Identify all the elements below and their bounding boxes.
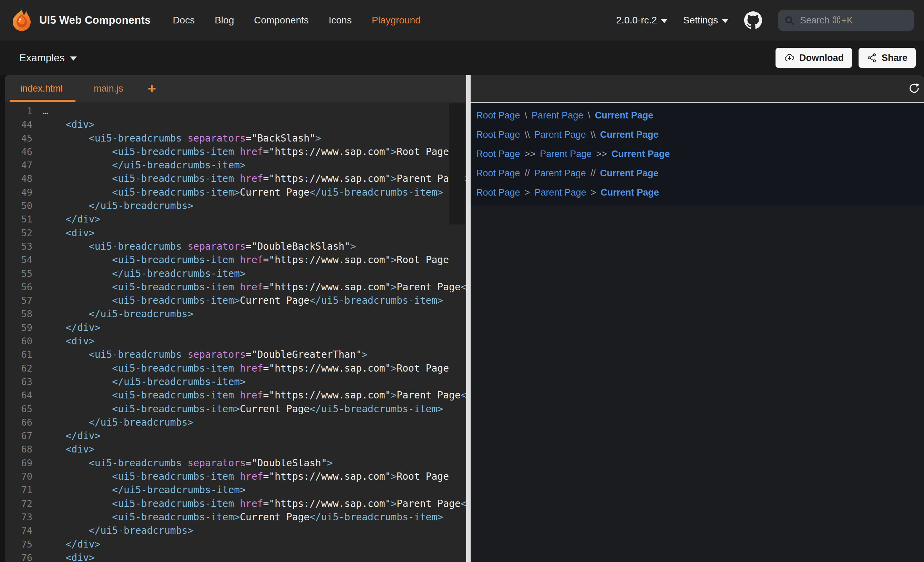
- breadcrumb-link[interactable]: Root Page: [476, 168, 520, 178]
- breadcrumb-link[interactable]: Parent Page: [534, 129, 586, 140]
- code-line[interactable]: 55 </ui5-breadcrumbs-item>: [5, 267, 466, 280]
- code-line[interactable]: 73 <ui5-breadcrumbs-item>Current Page</u…: [5, 510, 466, 524]
- nav-link-docs[interactable]: Docs: [172, 15, 195, 26]
- code-editor: index.htmlmain.js+ 1…44 <div>45 <ui5-bre…: [5, 75, 466, 562]
- code-line[interactable]: 57 <ui5-breadcrumbs-item>Current Page</u…: [5, 294, 466, 307]
- code-line[interactable]: 68 <div>: [5, 442, 466, 456]
- code-line[interactable]: 44 <div>: [5, 118, 466, 131]
- tab-main.js[interactable]: main.js: [78, 75, 139, 102]
- github-icon[interactable]: [744, 11, 762, 29]
- code-line[interactable]: 72 <ui5-breadcrumbs-item href="https://w…: [5, 497, 466, 510]
- nav-link-blog[interactable]: Blog: [214, 15, 234, 26]
- code-line[interactable]: 65 <ui5-breadcrumbs-item>Current Page</u…: [5, 402, 466, 416]
- share-icon: [867, 53, 877, 63]
- code-line[interactable]: 53 <ui5-breadcrumbs separators="DoubleBa…: [5, 240, 466, 253]
- breadcrumb-separator: \: [525, 110, 528, 120]
- breadcrumb-separator: >: [525, 187, 530, 198]
- line-number: 67: [5, 429, 32, 442]
- breadcrumb-link[interactable]: Root Page: [476, 149, 520, 159]
- version-dropdown[interactable]: 2.0.0-rc.2: [616, 15, 668, 26]
- scrollbar-thumb[interactable]: [449, 103, 465, 225]
- code-text: </ui5-breadcrumbs-item>: [32, 375, 246, 388]
- code-line[interactable]: 75 </div>: [5, 538, 466, 551]
- chevron-down-icon: [70, 57, 77, 61]
- code-line[interactable]: 64 <ui5-breadcrumbs-item href="https://w…: [5, 388, 466, 402]
- code-text: <ui5-breadcrumbs-item>Current Page</ui5-…: [32, 294, 443, 307]
- download-button[interactable]: Download: [776, 48, 852, 68]
- breadcrumb-link[interactable]: Root Page: [476, 129, 520, 140]
- code-line[interactable]: 58 </ui5-breadcrumbs>: [5, 307, 466, 321]
- examples-dropdown[interactable]: Examples: [19, 52, 77, 64]
- examples-label: Examples: [19, 52, 65, 64]
- line-number: 56: [5, 280, 32, 294]
- settings-dropdown[interactable]: Settings: [683, 15, 728, 26]
- code-text: </ui5-breadcrumbs>: [32, 307, 193, 321]
- nav-link-icons[interactable]: Icons: [328, 15, 352, 26]
- breadcrumb-current: Current Page: [612, 149, 670, 159]
- code-line[interactable]: 62 <ui5-breadcrumbs-item href="https://w…: [5, 361, 466, 375]
- code-line[interactable]: 66 </ui5-breadcrumbs>: [5, 416, 466, 429]
- code-text: …: [32, 104, 48, 118]
- code-line[interactable]: 46 <ui5-breadcrumbs-item href="https://w…: [5, 145, 466, 159]
- search-box[interactable]: [778, 10, 914, 31]
- nav-link-components[interactable]: Components: [254, 15, 309, 26]
- share-label: Share: [882, 53, 908, 63]
- nav-link-playground[interactable]: Playground: [372, 15, 421, 26]
- code-line[interactable]: 56 <ui5-breadcrumbs-item href="https://w…: [5, 280, 466, 294]
- line-number: 55: [5, 267, 32, 280]
- line-number: 69: [5, 456, 32, 470]
- breadcrumb-link[interactable]: Root Page: [476, 187, 520, 198]
- add-tab-button[interactable]: +: [139, 75, 165, 102]
- code-lines[interactable]: 1…44 <div>45 <ui5-breadcrumbs separators…: [5, 102, 466, 562]
- code-line[interactable]: 69 <ui5-breadcrumbs separators="DoubleSl…: [5, 456, 466, 470]
- line-number: 44: [5, 118, 32, 131]
- ui5-logo-icon[interactable]: [11, 9, 32, 32]
- breadcrumb: Root Page\\Parent Page\\Current Page: [476, 125, 924, 144]
- code-line[interactable]: 47 </ui5-breadcrumbs-item>: [5, 159, 466, 172]
- code-line[interactable]: 48 <ui5-breadcrumbs-item href="https://w…: [5, 172, 466, 185]
- code-line[interactable]: 76 <div>: [5, 551, 466, 562]
- code-line[interactable]: 60 <div>: [5, 334, 466, 348]
- code-line[interactable]: 59 </div>: [5, 321, 466, 334]
- code-line[interactable]: 67 </div>: [5, 429, 466, 442]
- code-line[interactable]: 71 </ui5-breadcrumbs-item>: [5, 483, 466, 496]
- code-line[interactable]: 74 </ui5-breadcrumbs>: [5, 524, 466, 537]
- top-nav: UI5 Web Components DocsBlogComponentsIco…: [0, 0, 924, 40]
- breadcrumb-link[interactable]: Parent Page: [534, 168, 586, 178]
- code-text: </div>: [32, 429, 100, 442]
- line-number: 63: [5, 375, 32, 388]
- code-text: <ui5-breadcrumbs-item href="https://www.…: [32, 253, 449, 267]
- breadcrumb-current: Current Page: [600, 187, 659, 198]
- line-number: 61: [5, 348, 32, 361]
- code-text: <div>: [32, 442, 95, 456]
- line-number: 58: [5, 307, 32, 321]
- code-line[interactable]: 45 <ui5-breadcrumbs separators="BackSlas…: [5, 132, 466, 145]
- code-line[interactable]: 61 <ui5-breadcrumbs separators="DoubleGr…: [5, 348, 466, 361]
- line-number: 75: [5, 538, 32, 551]
- code-text: <div>: [32, 551, 95, 562]
- share-button[interactable]: Share: [858, 48, 916, 68]
- code-line[interactable]: 70 <ui5-breadcrumbs-item href="https://w…: [5, 470, 466, 483]
- code-line[interactable]: 63 </ui5-breadcrumbs-item>: [5, 375, 466, 388]
- breadcrumb-link[interactable]: Root Page: [476, 110, 520, 120]
- code-line[interactable]: 54 <ui5-breadcrumbs-item href="https://w…: [5, 253, 466, 267]
- code-text: </ui5-breadcrumbs-item>: [32, 159, 246, 172]
- code-line[interactable]: 50 </ui5-breadcrumbs>: [5, 199, 466, 213]
- code-line[interactable]: 1…: [5, 104, 466, 118]
- tab-index.html[interactable]: index.html: [5, 75, 78, 102]
- pane-divider[interactable]: [466, 75, 471, 562]
- line-number: 54: [5, 253, 32, 267]
- code-line[interactable]: 49 <ui5-breadcrumbs-item>Current Page</u…: [5, 186, 466, 199]
- code-text: </ui5-breadcrumbs-item>: [32, 483, 246, 496]
- toolbar-actions: Download Share: [776, 48, 916, 68]
- breadcrumb-link[interactable]: Parent Page: [540, 149, 591, 159]
- line-number: 47: [5, 159, 32, 172]
- code-line[interactable]: 52 <div>: [5, 226, 466, 240]
- line-number: 53: [5, 240, 32, 253]
- breadcrumb-link[interactable]: Parent Page: [532, 110, 583, 120]
- code-line[interactable]: 51 </div>: [5, 213, 466, 226]
- search-input[interactable]: [799, 15, 908, 26]
- brand-title[interactable]: UI5 Web Components: [39, 14, 150, 27]
- refresh-icon[interactable]: [908, 82, 920, 94]
- breadcrumb-link[interactable]: Parent Page: [534, 187, 586, 198]
